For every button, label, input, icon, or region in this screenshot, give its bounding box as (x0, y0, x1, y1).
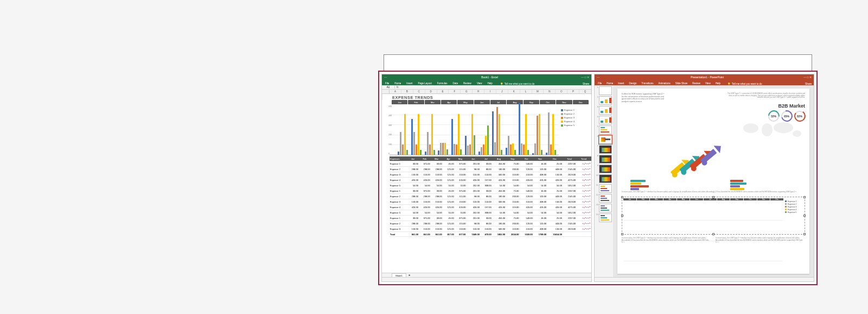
qat-icons[interactable]: ⋯ (595, 76, 611, 79)
ribbon-tab-slide-show[interactable]: Slide Show (674, 81, 689, 85)
ribbon-tab-help[interactable]: Help (487, 81, 494, 85)
resize-handle[interactable] (803, 215, 806, 217)
column-header[interactable]: F (449, 90, 461, 93)
table-row[interactable]: Expense 133.00375.0033.0045.00375.00201.… (390, 189, 591, 194)
column-header[interactable]: M (532, 90, 544, 93)
sheet-tabs[interactable]: Sheet1 ⊕ (382, 273, 591, 277)
table-row[interactable]: Expense 3110.00110.00110.00125.00110.001… (390, 199, 591, 205)
ribbon-tab-home[interactable]: Home (605, 81, 614, 85)
column-header[interactable]: B (401, 90, 413, 93)
table-row[interactable]: Expense 133.00375.0033.0045.00375.00201.… (390, 216, 591, 221)
slide-thumbnail[interactable] (599, 106, 612, 115)
ribbon-tab-data[interactable]: Data (452, 81, 459, 85)
slide-thumbnail[interactable] (599, 213, 612, 222)
table-row[interactable]: Expense 133.00375.0033.0045.00375.00201.… (390, 161, 591, 167)
slide-thumbnail[interactable] (599, 145, 612, 154)
resize-handle[interactable] (803, 233, 806, 235)
column-header[interactable]: I (484, 90, 496, 93)
table-row[interactable]: Expense 4426.00426.00426.00125.00426.004… (390, 178, 591, 183)
slide-thumbnail[interactable] (599, 155, 612, 164)
ribbon-tab-help[interactable]: Help (714, 81, 722, 85)
column-header[interactable]: D (425, 90, 437, 93)
slide-thumbnail[interactable] (599, 86, 612, 95)
table-row[interactable]: Expense 554.0054.0054.0055.0055.00202.00… (390, 210, 591, 216)
expense-table[interactable]: ExpensesJanFebMarAprMayJunJulAugSepOctNo… (382, 156, 591, 273)
resize-handle[interactable] (621, 233, 623, 235)
chart-month-cell: May (457, 100, 473, 104)
legend-item: Expense 2 (561, 112, 584, 115)
resize-handle[interactable] (803, 196, 806, 198)
slide-thumbnail[interactable] (599, 204, 612, 212)
name-box[interactable]: A1 (382, 86, 395, 89)
column-header[interactable]: N (544, 90, 556, 93)
new-sheet-icon[interactable]: ⊕ (409, 274, 410, 277)
select-all-corner[interactable] (382, 90, 390, 93)
slide-thumbnail[interactable] (599, 174, 612, 183)
ribbon-tab-insert[interactable]: Insert (617, 81, 625, 85)
slide-thumbnail[interactable] (599, 135, 612, 144)
table-row[interactable]: Expense 2238.00238.00238.00125.00115.009… (390, 194, 591, 199)
column-header[interactable]: O (556, 90, 567, 93)
slide-canvas[interactable]: It offers the B2B monitor supporting USB… (617, 89, 809, 274)
slide-thumbnail[interactable] (599, 165, 612, 173)
ribbon-tab-view[interactable]: View (476, 81, 483, 85)
resize-handle[interactable] (712, 196, 714, 198)
ribbon-tab-design[interactable]: Design (628, 81, 638, 85)
bar (446, 149, 448, 155)
fx-icon[interactable]: fx (395, 86, 400, 89)
bar (440, 143, 442, 155)
column-header[interactable]: G (461, 90, 473, 93)
ribbon-tab-formulas[interactable]: Formulas (436, 81, 449, 85)
table-row[interactable]: Expense 4426.00426.00426.00125.00426.004… (390, 205, 591, 210)
resize-handle[interactable] (621, 215, 623, 217)
file-tab[interactable]: File (597, 81, 603, 85)
file-tab[interactable]: File (384, 81, 390, 85)
column-header[interactable]: H (473, 90, 484, 93)
bar (537, 116, 538, 155)
bar (539, 114, 540, 155)
table-row[interactable]: Expense 2238.00238.00238.00125.00115.009… (390, 167, 591, 172)
resize-handle[interactable] (712, 233, 714, 235)
ribbon-tab-insert[interactable]: Insert (405, 81, 413, 85)
ribbon-tab-home[interactable]: Home (393, 81, 402, 85)
slide-thumbnail[interactable] (599, 194, 612, 203)
window-controls[interactable]: — □ ✕ (803, 76, 814, 79)
world-map-icon (740, 120, 805, 142)
column-header[interactable]: C (413, 90, 425, 93)
worksheet[interactable]: EXPENSE TRENDS JanFebMarAprMayJunJulAugS… (382, 94, 591, 273)
bar (527, 150, 529, 155)
excel-window: ⋯ Book1 - Excel — □ ✕ File HomeInsertPag… (381, 74, 592, 282)
b2b-title: B2B Market (725, 103, 806, 109)
formula-bar[interactable]: A1 fx (382, 85, 591, 90)
column-header[interactable]: J (496, 90, 508, 93)
table-row[interactable]: Expense 3110.00110.00110.00125.00110.001… (390, 172, 591, 178)
bar (398, 152, 399, 155)
column-header[interactable]: L (520, 90, 532, 93)
column-header[interactable]: E (437, 90, 449, 93)
ppt-body: 1234567891011121314 It offers the B2B mo… (595, 85, 814, 277)
slide-thumbnail[interactable] (599, 116, 612, 124)
column-header[interactable]: Q (579, 90, 591, 93)
table-row[interactable]: Expense 554.0054.0054.0055.0055.00202.00… (390, 183, 591, 189)
slide-thumbnail[interactable] (599, 125, 612, 134)
bar (427, 132, 429, 155)
table-row[interactable]: Expense 3110.00110.00110.00125.00110.001… (390, 227, 591, 232)
embedded-excel-chart[interactable]: JanFebMarAprMayJunJulAugSepOctNovDec Exp… (622, 197, 805, 235)
window-controls[interactable]: — □ ✕ (581, 76, 591, 79)
slide-thumbnail[interactable] (599, 184, 612, 193)
column-header[interactable]: A (390, 90, 401, 93)
ribbon-tab-page-layout[interactable]: Page Layout (417, 81, 433, 85)
slide-editor[interactable]: It offers the B2B monitor supporting USB… (613, 85, 814, 277)
ribbon-tab-review[interactable]: Review (691, 81, 701, 85)
ribbon-tab-review[interactable]: Review (462, 81, 473, 85)
slide-thumbnails[interactable]: 1234567891011121314 (595, 85, 613, 277)
ribbon-tab-view[interactable]: View (704, 81, 712, 85)
slide-thumbnail[interactable] (599, 96, 612, 105)
ribbon-tab-transitions[interactable]: Transitions (641, 81, 655, 85)
qat-icons[interactable]: ⋯ (382, 76, 398, 79)
ribbon-tab-animations[interactable]: Animations (657, 81, 671, 85)
column-header[interactable]: K (508, 90, 520, 93)
table-row[interactable]: Expense 2238.00238.00238.00125.00115.009… (390, 221, 591, 227)
resize-handle[interactable] (621, 196, 623, 198)
column-header[interactable]: P (567, 90, 579, 93)
